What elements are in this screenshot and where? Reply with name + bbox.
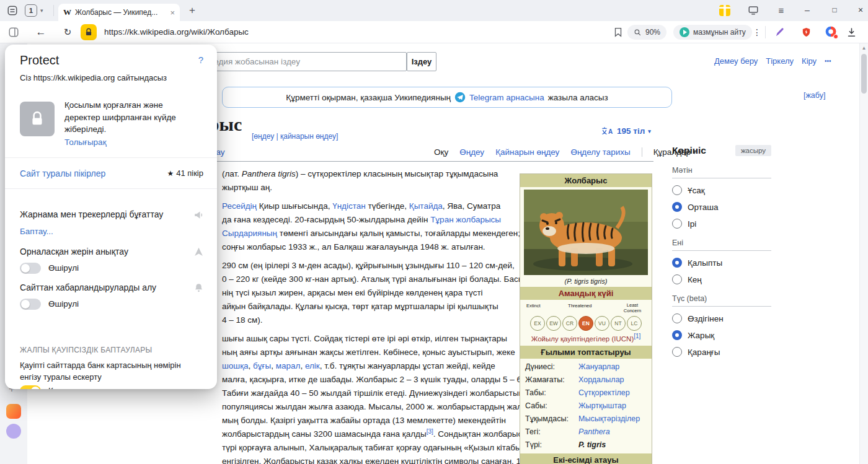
scroll-up-icon[interactable]: ▲ [860, 45, 868, 51]
toggle-on-icon[interactable] [20, 385, 41, 389]
tiger-photo[interactable] [520, 187, 652, 278]
read-aloud-button[interactable]: мазмұнын айту [673, 25, 752, 40]
customize-brush-icon[interactable] [773, 25, 786, 39]
tab-read[interactable]: Оқу [434, 147, 448, 157]
window-close-icon[interactable]: × [854, 4, 867, 16]
adblock-label: Жарнама мен трекерлерді бұғаттау [20, 209, 181, 219]
zoom-control[interactable]: 90% [627, 25, 666, 40]
address-url[interactable]: https://kk.wikipedia.org/wiki/Жолбарыс [104, 27, 249, 37]
lock-icon[interactable] [81, 24, 97, 40]
radio-selected-icon[interactable] [672, 258, 682, 268]
radio-color-dark[interactable]: Қараңғы [672, 347, 771, 357]
radio-icon[interactable] [672, 274, 682, 284]
connection-secure-text: Қосылым қорғалған және деректер шифрланғ… [64, 99, 200, 136]
radio-icon[interactable] [672, 347, 682, 357]
radio-selected-icon[interactable] [672, 202, 682, 212]
radio-selected-icon[interactable] [672, 330, 682, 340]
sidebar-toggle-icon[interactable] [7, 26, 20, 38]
radio-icon[interactable] [672, 219, 682, 229]
adblock-setup-link[interactable]: Баптау... [20, 227, 53, 236]
status-code: NT [611, 316, 626, 331]
chevron-down-icon: ▾ [648, 128, 651, 134]
browser-menu-icon[interactable]: ≡ [775, 4, 787, 16]
hide-appearance-button[interactable]: жасыру [735, 145, 771, 156]
donate-link[interactable]: Демеу беру [714, 56, 758, 66]
scrollbar-thumb[interactable] [861, 54, 867, 94]
new-tab-button[interactable]: + [185, 3, 200, 18]
tab-close-icon[interactable]: × [170, 8, 175, 17]
binomial-header: Екі-есімді атауы [520, 453, 652, 464]
wikipedia-favicon: W [63, 7, 71, 17]
reviews-count[interactable]: ★ 41 пікір [167, 169, 203, 178]
details-link[interactable]: Толығырақ [64, 138, 107, 147]
radio-text-standard[interactable]: Орташа [672, 202, 771, 212]
title-edit-links[interactable]: [өңдеу | қайнарын өңдеу] [252, 132, 338, 141]
toggle-state-label: Өшірулі [48, 263, 79, 273]
screen-cast-icon[interactable] [746, 4, 760, 17]
article-tabs: Оқу Өңдеу Қайнарын өңдеу Өңделу тарихы Қ… [434, 147, 696, 157]
radio-text-large[interactable]: Ірі [672, 219, 771, 229]
taxonomy-table: Дүниесі:Жануарлар Жамағаты:Хордалылар Та… [520, 359, 652, 453]
tab-history[interactable]: Өңделу тарихы [570, 147, 630, 157]
status-code: EX [530, 316, 545, 331]
reference-link[interactable]: [1] [634, 333, 640, 339]
register-link[interactable]: Тіркелу [766, 56, 794, 66]
tab-edit[interactable]: Өңдеу [459, 147, 484, 157]
divider [53, 5, 54, 16]
search-button[interactable]: Іздеу [407, 52, 436, 71]
login-link[interactable]: Кіру [802, 56, 817, 66]
window-maximize-icon[interactable]: □ [828, 4, 841, 16]
status-code: CR [562, 316, 577, 331]
language-selector[interactable]: A 195 тіл ▾ [601, 126, 651, 136]
sidebar-service-purple-icon[interactable] [6, 424, 21, 439]
radio-color-auto[interactable]: Өздігінен [672, 313, 771, 323]
search-input[interactable] [186, 52, 407, 71]
tab-edit-source[interactable]: Қайнарын өңдеу [495, 147, 559, 157]
current-site-text: Сіз https://kk.wikipedia.org сайтындасыз [20, 73, 167, 82]
divider [642, 147, 642, 157]
bookmark-flag-icon[interactable] [611, 25, 625, 39]
browser-logo-icon[interactable] [825, 25, 837, 38]
window-minimize-icon[interactable]: – [801, 4, 813, 16]
toggle-state-label: Қосулы [48, 386, 77, 389]
banner-close-link[interactable]: [жабу] [804, 91, 825, 100]
radio-icon[interactable] [672, 185, 682, 195]
status-link[interactable]: Жойылу қауіптіндегілер (IUCN) [531, 335, 634, 343]
notification-badge [833, 34, 838, 39]
status-scale-labels: Extinct Threatened Least Concern [524, 303, 648, 313]
read-aloud-label: мазмұнын айту [693, 28, 746, 37]
radio-icon[interactable] [672, 313, 682, 323]
radio-width-standard[interactable]: Қалыпты [672, 258, 771, 268]
more-options-icon[interactable]: ⋮ [751, 25, 763, 39]
sidebar-service-orange-icon[interactable] [6, 404, 21, 419]
page-scrollbar[interactable]: ▲ [859, 43, 868, 464]
lock-icon [20, 102, 55, 136]
toggle-off-icon[interactable] [20, 263, 41, 274]
tab-bar: 1 ▾ W Жолбарыс — Уикипед... × + ≡ – □ × [0, 0, 868, 21]
account-links: Демеу беру Тіркелу Кіру ••• [714, 56, 831, 66]
telegram-link[interactable]: Telegram арнасына [469, 93, 544, 102]
toggle-off-icon[interactable] [20, 299, 41, 310]
help-icon[interactable]: ? [198, 55, 203, 65]
notifications-label: Сайттан хабарландыруларды алу [20, 282, 181, 292]
radio-color-light[interactable]: Жарық [672, 330, 771, 340]
gift-icon[interactable] [719, 5, 730, 16]
download-icon[interactable] [844, 25, 858, 39]
divider [5, 188, 217, 189]
radio-text-small[interactable]: Ұсақ [672, 185, 771, 195]
tab-counter[interactable]: 1 ▾ [25, 4, 43, 17]
taxobox: Жолбарыс [520, 173, 652, 464]
more-dots-icon[interactable]: ••• [825, 58, 831, 64]
extension-shield-icon[interactable] [799, 25, 813, 40]
bell-icon [193, 282, 205, 294]
site-reviews-link[interactable]: Сайт туралы пікірлер [20, 169, 105, 178]
back-icon[interactable]: ← [33, 25, 48, 40]
address-toolbar: ← ↻ https://kk.wikipedia.org/wiki/Жолбар… [0, 21, 868, 43]
paragraph: 290 см (ең ірілері 3 м-ден асады), құйры… [222, 259, 520, 327]
reload-icon[interactable]: ↻ [61, 25, 74, 39]
panels-icon[interactable] [6, 4, 19, 17]
browser-tab[interactable]: W Жолбарыс — Уикипед... × [58, 4, 180, 21]
telegram-banner: Құрметті оқырман, қазақша Уикипедияның T… [222, 87, 672, 108]
radio-width-wide[interactable]: Кең [672, 274, 771, 284]
location-label: Орналасқан жерін анықтау [20, 247, 181, 256]
